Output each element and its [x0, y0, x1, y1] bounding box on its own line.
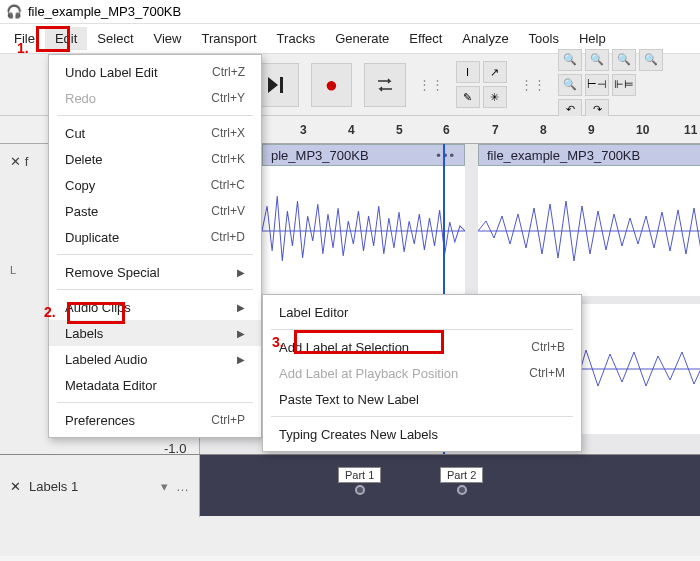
- title-bar: 🎧 file_example_MP3_700KB: [0, 0, 700, 24]
- chevron-right-icon: ▶: [237, 302, 245, 313]
- waveform[interactable]: [478, 166, 700, 296]
- menu-item-redo: RedoCtrl+Y: [49, 85, 261, 111]
- track-close-icon[interactable]: ✕: [10, 479, 21, 494]
- fit-project-button[interactable]: 🔍: [639, 49, 663, 71]
- window-title: file_example_MP3_700KB: [28, 4, 181, 19]
- menu-item-add-label-at-selection[interactable]: Add Label at SelectionCtrl+B: [263, 334, 581, 360]
- ibeam-tool[interactable]: I: [456, 61, 480, 83]
- chevron-right-icon: ▶: [237, 267, 245, 278]
- tool-group: I ↗ ✎ ✳: [456, 61, 509, 109]
- ruler-tick: 7: [492, 123, 499, 137]
- fit-selection-button[interactable]: 🔍: [612, 49, 636, 71]
- envelope-tool[interactable]: ↗: [483, 61, 507, 83]
- menu-generate[interactable]: Generate: [325, 27, 399, 50]
- menu-item-cut[interactable]: CutCtrl+X: [49, 120, 261, 146]
- menu-analyze[interactable]: Analyze: [452, 27, 518, 50]
- menu-tools[interactable]: Tools: [519, 27, 569, 50]
- menu-item-paste-text-to-new-label[interactable]: Paste Text to New Label: [263, 386, 581, 412]
- chevron-right-icon: ▶: [237, 328, 245, 339]
- bottom-panel: [0, 516, 700, 556]
- zoom-in-button[interactable]: 🔍: [558, 49, 582, 71]
- labels-submenu: Label EditorAdd Label at SelectionCtrl+B…: [262, 294, 582, 452]
- menu-item-metadata-editor[interactable]: Metadata Editor: [49, 372, 261, 398]
- app-icon: 🎧: [6, 4, 22, 19]
- chevron-right-icon: ▶: [237, 354, 245, 365]
- track-menu-icon[interactable]: …: [176, 479, 189, 494]
- clip-label[interactable]: file_example_MP3_700KB: [478, 144, 700, 166]
- clip-label[interactable]: ple_MP3_700KB•••: [262, 144, 465, 166]
- track-close-icon[interactable]: ✕ f: [10, 154, 28, 169]
- menu-item-duplicate[interactable]: DuplicateCtrl+D: [49, 224, 261, 250]
- play-skip-button[interactable]: [257, 63, 299, 107]
- ruler-tick: 9: [588, 123, 595, 137]
- menu-item-audio-clips[interactable]: Audio Clips▶: [49, 294, 261, 320]
- annotation-3: 3.: [272, 334, 284, 350]
- zoom-toggle-button[interactable]: 🔍: [558, 74, 582, 96]
- annotation-1: 1.: [17, 40, 29, 56]
- menu-item-label-editor[interactable]: Label Editor: [263, 299, 581, 325]
- label-track-header[interactable]: ✕ Labels 1 ▾ …: [0, 455, 200, 517]
- ruler-tick: 8: [540, 123, 547, 137]
- ruler-tick: 6: [443, 123, 450, 137]
- menu-item-typing-creates-new-labels[interactable]: Typing Creates New Labels: [263, 421, 581, 447]
- menu-item-preferences[interactable]: PreferencesCtrl+P: [49, 407, 261, 433]
- channel-label: L: [10, 264, 16, 276]
- menu-item-copy[interactable]: CopyCtrl+C: [49, 172, 261, 198]
- menu-item-labels[interactable]: Labels▶: [49, 320, 261, 346]
- menu-help[interactable]: Help: [569, 27, 616, 50]
- edit-menu: Undo Label EditCtrl+ZRedoCtrl+YCutCtrl+X…: [48, 54, 262, 438]
- label-track-name: Labels 1: [29, 479, 78, 494]
- chevron-down-icon[interactable]: ▾: [161, 479, 168, 494]
- silence-button[interactable]: ⊩⊨: [612, 74, 636, 96]
- ruler-tick: 10: [636, 123, 649, 137]
- menu-item-labeled-audio[interactable]: Labeled Audio▶: [49, 346, 261, 372]
- menu-item-add-label-at-playback-position: Add Label at Playback PositionCtrl+M: [263, 360, 581, 386]
- menu-effect[interactable]: Effect: [399, 27, 452, 50]
- ruler-tick: 5: [396, 123, 403, 137]
- ruler-tick: 4: [348, 123, 355, 137]
- trim-button[interactable]: ⊢⊣: [585, 74, 609, 96]
- label-track-body[interactable]: Part 1Part 2: [200, 455, 700, 517]
- menu-item-delete[interactable]: DeleteCtrl+K: [49, 146, 261, 172]
- svg-marker-0: [268, 77, 278, 93]
- menu-item-undo-label-edit[interactable]: Undo Label EditCtrl+Z: [49, 59, 261, 85]
- waveform[interactable]: [262, 166, 465, 296]
- draw-tool[interactable]: ✎: [456, 86, 480, 108]
- annotation-2: 2.: [44, 304, 56, 320]
- menu-transport[interactable]: Transport: [191, 27, 266, 50]
- menu-item-remove-special[interactable]: Remove Special▶: [49, 259, 261, 285]
- label-marker[interactable]: Part 1: [338, 467, 381, 495]
- menu-view[interactable]: View: [144, 27, 192, 50]
- menu-tracks[interactable]: Tracks: [267, 27, 326, 50]
- menu-select[interactable]: Select: [87, 27, 143, 50]
- label-marker[interactable]: Part 2: [440, 467, 483, 495]
- multi-tool[interactable]: ✳: [483, 86, 507, 108]
- svg-rect-1: [280, 77, 283, 93]
- clip-menu-icon[interactable]: •••: [436, 148, 456, 163]
- loop-button[interactable]: [364, 63, 406, 107]
- zoom-group: 🔍 🔍 🔍 🔍 🔍 ⊢⊣ ⊩⊨ ↶ ↷: [558, 61, 690, 109]
- ruler-tick: 3: [300, 123, 307, 137]
- toolbar-grip-icon: ⋮⋮: [520, 77, 546, 92]
- menu-item-paste[interactable]: PasteCtrl+V: [49, 198, 261, 224]
- zoom-out-button[interactable]: 🔍: [585, 49, 609, 71]
- label-track: ✕ Labels 1 ▾ … Part 1Part 2: [0, 454, 700, 516]
- record-button[interactable]: ●: [311, 63, 353, 107]
- ruler-tick: 11: [684, 123, 697, 137]
- menu-edit[interactable]: Edit: [45, 27, 87, 50]
- toolbar-grip-icon: ⋮⋮: [418, 77, 444, 92]
